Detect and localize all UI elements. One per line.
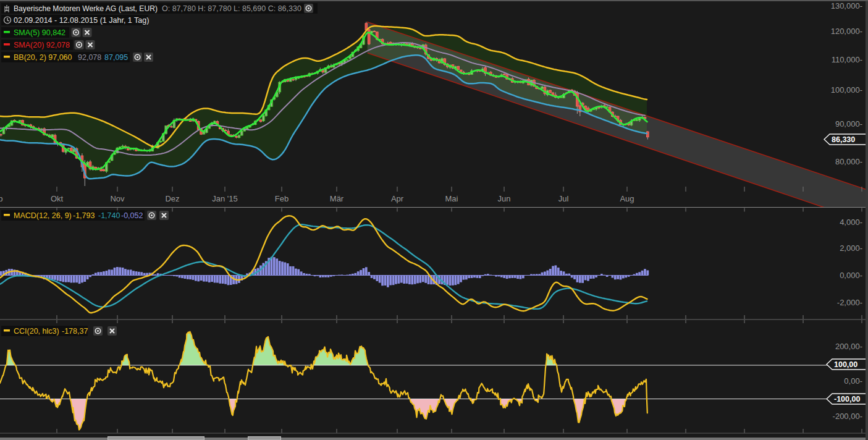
svg-text:130,000-: 130,000-	[831, 1, 862, 11]
svg-text:-178,37: -178,37	[62, 327, 88, 336]
svg-text:200,00-: 200,00-	[835, 342, 862, 351]
svg-text:-1,740: -1,740	[98, 211, 120, 220]
svg-text:-200,00-: -200,00-	[833, 412, 862, 421]
svg-text:Aug: Aug	[620, 194, 634, 203]
svg-text:90,000-: 90,000-	[835, 119, 862, 129]
svg-text:100,00: 100,00	[834, 360, 857, 369]
svg-text:Apr: Apr	[391, 194, 404, 203]
svg-text:Sep: Sep	[0, 194, 3, 203]
svg-text:Okt: Okt	[51, 194, 64, 203]
svg-text:Jan '15: Jan '15	[212, 194, 238, 203]
svg-text:O: 87,780 H: 87,780 L: 85,69: O: 87,780 H: 87,780 L: 85,690 C: 86,330	[162, 4, 301, 13]
svg-text:0,000-: 0,000-	[840, 271, 862, 280]
svg-text:-2,000-: -2,000-	[837, 298, 862, 307]
svg-text:Mär: Mär	[330, 194, 344, 203]
svg-text:4,000-: 4,000-	[840, 218, 862, 227]
svg-text:120,000-: 120,000-	[831, 27, 862, 36]
svg-text:80,000-: 80,000-	[835, 157, 862, 166]
svg-text:Jun: Jun	[498, 194, 511, 203]
svg-text:Bayerische Motoren Werke AG (L: Bayerische Motoren Werke AG (Last, EUR)	[14, 4, 158, 13]
svg-text:-100,00: -100,00	[834, 395, 860, 404]
svg-text:0,00-: 0,00-	[844, 376, 862, 386]
svg-text:Jul: Jul	[558, 194, 569, 203]
svg-text:Feb: Feb	[275, 194, 289, 203]
svg-text:-1,793: -1,793	[73, 211, 95, 220]
svg-text:SMA(20) 92,078: SMA(20) 92,078	[14, 41, 70, 49]
svg-text:110,000-: 110,000-	[832, 55, 862, 64]
svg-text:Nov: Nov	[110, 194, 125, 203]
svg-text:Mai: Mai	[445, 194, 458, 203]
svg-text:SMA(5) 90,842: SMA(5) 90,842	[14, 28, 65, 37]
svg-text:02.09.2014 - 12.08.2015 (1 Jah: 02.09.2014 - 12.08.2015 (1 Jahr, 1 Tag)	[14, 16, 149, 25]
svg-text:Dez: Dez	[165, 194, 179, 203]
svg-text:92,078: 92,078	[78, 53, 101, 62]
svg-text:CCI(20, hlc3): CCI(20, hlc3)	[14, 327, 59, 336]
svg-text:100,000-: 100,000-	[831, 85, 862, 95]
svg-text:87,095: 87,095	[104, 53, 128, 62]
svg-text:86,330: 86,330	[832, 135, 855, 144]
svg-text:MACD(12, 26, 9): MACD(12, 26, 9)	[14, 211, 72, 220]
svg-text:2,000-: 2,000-	[840, 243, 862, 253]
svg-text:BB(20, 2) 97,060: BB(20, 2) 97,060	[14, 53, 72, 62]
svg-text:-0,052: -0,052	[121, 211, 143, 220]
